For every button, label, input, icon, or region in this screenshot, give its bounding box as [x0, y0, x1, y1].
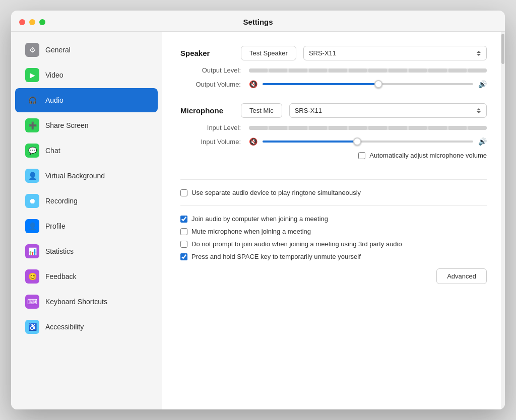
space-unmute-checkbox[interactable] — [180, 253, 187, 260]
mic-volume-high-icon: 🔊 — [478, 137, 487, 146]
separate-audio-label: Use separate audio device to play ringto… — [191, 189, 361, 196]
output-volume-row: Output Volume: 🔇 🔊 — [180, 80, 487, 88]
separate-audio-row: Use separate audio device to play ringto… — [180, 189, 487, 196]
sidebar-item-virtual-background[interactable]: 👤Virtual Background — [15, 164, 158, 188]
no-prompt-row: Do not prompt to join audio when joining… — [180, 240, 487, 248]
mute-mic-row: Mute microphone when joining a meeting — [180, 228, 487, 235]
join-audio-row: Join audio by computer when joining a me… — [180, 215, 487, 223]
output-volume-label: Output Volume: — [180, 81, 241, 88]
scrollbar[interactable] — [501, 32, 505, 409]
microphone-header-row: Microphone Test Mic SRS-X11 — [180, 103, 487, 118]
microphone-device-select[interactable]: SRS-X11 — [289, 103, 487, 118]
level-seg-5 — [329, 68, 347, 73]
output-volume-thumb[interactable] — [374, 80, 382, 88]
join-audio-label: Join audio by computer when joining a me… — [191, 215, 328, 223]
output-level-row: Output Level: — [180, 66, 487, 74]
input-volume-fill — [263, 141, 357, 143]
microphone-label: Microphone — [180, 106, 241, 115]
checkboxes-container: Join audio by computer when joining a me… — [180, 215, 487, 260]
profile-icon: 👤 — [25, 219, 39, 233]
auto-adjust-checkbox-row: Automatically adjust microphone volume — [358, 152, 487, 159]
sidebar-item-feedback[interactable]: 😊Feedback — [15, 264, 158, 289]
advanced-button[interactable]: Advanced — [436, 268, 487, 284]
virtual-background-label: Virtual Background — [45, 172, 105, 180]
maximize-button[interactable] — [39, 19, 45, 25]
volume-high-icon: 🔊 — [478, 80, 487, 88]
output-volume-controls: 🔇 🔊 — [249, 80, 487, 88]
audio-icon: 🎧 — [25, 93, 39, 107]
statistics-label: Statistics — [45, 247, 74, 255]
window-title: Settings — [243, 18, 273, 26]
video-icon: ▶ — [25, 68, 39, 82]
titlebar: Settings — [11, 11, 505, 32]
auto-adjust-label: Automatically adjust microphone volume — [369, 152, 487, 159]
minimize-button[interactable] — [29, 19, 35, 25]
sidebar-item-general[interactable]: ⚙General — [15, 38, 158, 62]
microphone-section: Microphone Test Mic SRS-X11 Input Level: — [180, 103, 487, 164]
general-label: General — [45, 46, 71, 54]
feedback-icon: 😊 — [25, 269, 39, 284]
join-audio-checkbox[interactable] — [180, 216, 187, 223]
mic-volume-low-icon: 🔇 — [249, 137, 257, 146]
speaker-device-select[interactable]: SRS-X11 — [303, 46, 487, 60]
profile-label: Profile — [45, 222, 66, 230]
keyboard-shortcuts-label: Keyboard Shortcuts — [45, 298, 107, 306]
sidebar-item-audio[interactable]: 🎧Audio — [15, 88, 158, 112]
speaker-label: Speaker — [180, 49, 241, 57]
input-volume-slider[interactable] — [263, 141, 473, 143]
input-level-row: Input Level: — [180, 124, 487, 131]
settings-window: Settings ⚙General▶Video🎧Audio➕Share Scre… — [11, 11, 505, 409]
sidebar: ⚙General▶Video🎧Audio➕Share Screen💬Chat👤V… — [11, 32, 162, 409]
output-volume-slider[interactable] — [263, 83, 473, 85]
input-volume-controls: 🔇 🔊 — [249, 137, 487, 146]
test-speaker-button[interactable]: Test Speaker — [241, 46, 296, 60]
level-seg-11 — [448, 68, 467, 73]
keyboard-shortcuts-icon: ⌨ — [25, 295, 39, 309]
sidebar-item-recording[interactable]: ⏺Recording — [15, 189, 158, 213]
level-seg-2 — [269, 68, 288, 73]
chat-icon: 💬 — [25, 144, 39, 158]
input-level-bar — [249, 126, 487, 130]
accessibility-icon: ♿ — [25, 320, 39, 334]
separate-audio-checkbox[interactable] — [180, 189, 187, 196]
sidebar-item-chat[interactable]: 💬Chat — [15, 138, 158, 163]
input-volume-label: Input Volume: — [180, 138, 241, 146]
volume-low-icon: 🔇 — [249, 80, 257, 88]
sidebar-item-video[interactable]: ▶Video — [15, 63, 158, 87]
output-volume-fill — [263, 83, 378, 85]
scrollbar-thumb[interactable] — [501, 34, 504, 64]
no-prompt-checkbox[interactable] — [180, 241, 187, 248]
level-seg-3 — [289, 68, 307, 73]
sidebar-item-keyboard-shortcuts[interactable]: ⌨Keyboard Shortcuts — [15, 290, 158, 314]
audio-label: Audio — [45, 96, 63, 104]
level-seg-12 — [468, 68, 487, 73]
mute-mic-label: Mute microphone when joining a meeting — [191, 228, 311, 235]
sidebar-item-share-screen[interactable]: ➕Share Screen — [15, 113, 158, 137]
auto-adjust-checkbox[interactable] — [358, 152, 365, 159]
general-icon: ⚙ — [25, 43, 39, 57]
window-controls — [19, 19, 45, 25]
recording-icon: ⏺ — [25, 194, 39, 208]
mute-mic-checkbox[interactable] — [180, 228, 187, 235]
level-seg-9 — [409, 68, 427, 73]
level-seg-1 — [249, 68, 268, 73]
feedback-label: Feedback — [45, 272, 76, 281]
main-content: Speaker Test Speaker SRS-X11 Output Leve… — [162, 32, 505, 409]
close-button[interactable] — [19, 19, 25, 25]
level-seg-6 — [349, 68, 367, 73]
sidebar-item-profile[interactable]: 👤Profile — [15, 214, 158, 238]
sidebar-item-accessibility[interactable]: ♿Accessibility — [15, 315, 158, 339]
input-volume-row: Input Volume: 🔇 🔊 — [180, 137, 487, 146]
level-seg-10 — [428, 68, 447, 73]
speaker-header-row: Speaker Test Speaker SRS-X11 — [180, 46, 487, 60]
divider-2 — [180, 205, 487, 206]
chat-label: Chat — [45, 147, 60, 155]
sidebar-item-statistics[interactable]: 📊Statistics — [15, 239, 158, 263]
level-seg-4 — [309, 68, 328, 73]
video-label: Video — [45, 71, 63, 79]
recording-label: Recording — [45, 197, 78, 205]
input-volume-thumb[interactable] — [353, 137, 361, 146]
advanced-row: Advanced — [180, 268, 487, 284]
level-seg-8 — [389, 68, 407, 73]
test-mic-button[interactable]: Test Mic — [241, 103, 282, 118]
